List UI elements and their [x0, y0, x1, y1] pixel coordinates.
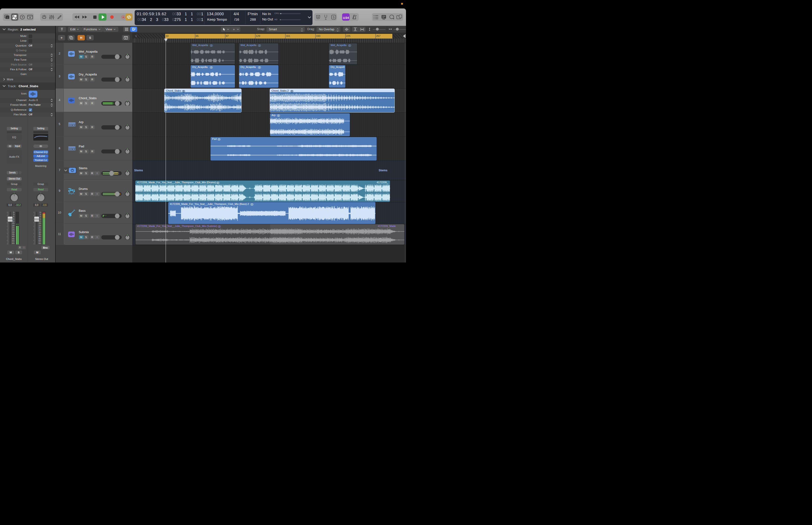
svg-text:♪: ♪	[400, 15, 401, 18]
svg-text:?: ?	[21, 16, 23, 19]
svg-text:♪: ♪	[7, 16, 8, 19]
svg-text:S: S	[333, 16, 335, 19]
